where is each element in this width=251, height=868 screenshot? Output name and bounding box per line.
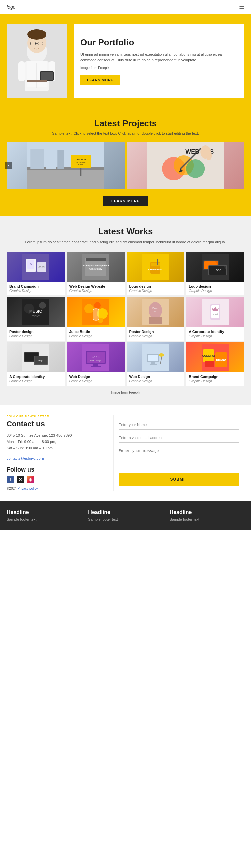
work-card-corp2[interactable]: corp. A Corporate Identity Graphic Desig… [7, 342, 65, 386]
svg-rect-48 [151, 262, 160, 266]
svg-point-34 [206, 150, 212, 160]
work-info-juice: Juice Bottle Graphic Design [67, 327, 125, 341]
footer-headline-3: Headline [170, 509, 244, 516]
hero-learn-more-button[interactable]: LEARN MORE [80, 75, 120, 85]
work-card-poster[interactable]: MUSIC EVENT Poster design Graphic Design [7, 297, 65, 341]
svg-rect-14 [27, 80, 47, 82]
name-input[interactable] [119, 420, 239, 430]
corp2-thumb-svg: corp. [23, 344, 49, 371]
work-thumb-webdes2 [126, 342, 185, 372]
work-thumb-brand: b card [7, 252, 65, 282]
svg-text:OUTDOOR: OUTDOOR [75, 159, 86, 161]
twitter-x-icon[interactable]: ✕ [17, 476, 24, 483]
svg-text:Design: Design [153, 310, 158, 312]
work-card-poster2[interactable]: Poster Design Poster Design Graphic Desi… [126, 297, 185, 341]
svg-rect-98 [150, 364, 157, 365]
hero-title: Our Portfolio [80, 37, 238, 48]
work-card-corporate[interactable]: brand A Corporate Identity Graphic Desig… [186, 297, 244, 341]
svg-rect-18 [30, 149, 44, 169]
work-info-brand2: Brand Campaign Graphic Design [186, 372, 244, 386]
footer-headline-1: Headline [7, 509, 81, 516]
svg-text:LOGO: LOGO [215, 269, 222, 271]
work-card-fake[interactable]: FAKE Web Design Web Design Graphic Desig… [67, 342, 125, 386]
hero-section: Our Portfolio Ut enim ad minim veniam, q… [0, 14, 251, 108]
work-info-corp2: A Corporate Identity Graphic Design [7, 372, 65, 386]
privacy-policy-link[interactable]: Privacy policy [18, 487, 38, 490]
work-card-brand2[interactable]: COLORSI BRAND Brand Campaign Graphic Des… [186, 342, 244, 386]
work-card-logo[interactable]: ORANGINA Logo design Graphic Design [126, 252, 185, 296]
hero-freepik: Image from Freepik [80, 66, 238, 70]
works-freepik-note: Image from Freepik [7, 391, 244, 395]
work-thumb-juice [67, 297, 125, 327]
footer-grid: Headline Sample footer text Headline Sam… [7, 509, 244, 521]
carousel-prev-arrow[interactable]: ‹ [5, 162, 12, 169]
work-category: Graphic Design [189, 334, 242, 338]
logo2-thumb-svg: LOGO [202, 253, 228, 280]
svg-text:ORANGINA: ORANGINA [148, 268, 163, 271]
work-card-webdes2[interactable]: Web Design Graphic Design [126, 342, 185, 386]
work-card-logo2[interactable]: LOGO Logo design Graphic Design [186, 252, 244, 296]
work-info-poster2: Poster Design Graphic Design [126, 327, 185, 341]
latest-works-section: Latest Works Lorem ipsum dolor sit amet,… [0, 216, 251, 405]
work-name: Poster Design [129, 329, 182, 334]
projects-carousel: ‹ OUTDOOR BILLBOARD GmbH [7, 142, 244, 189]
corporate-thumb-svg: brand [202, 299, 228, 326]
works-grid: b card Brand Campaign Graphic Design [7, 252, 244, 386]
work-name: Brand Campaign [189, 374, 242, 379]
project-image-1[interactable]: OUTDOOR BILLBOARD GmbH [7, 142, 125, 189]
work-category: Graphic Design [9, 379, 62, 383]
svg-point-65 [84, 304, 94, 313]
footer-col-2: Headline Sample footer text [88, 509, 163, 521]
project-image-2[interactable]: WEB DES [126, 142, 245, 189]
work-info-webdesign: Web Design Website Graphic Design [67, 282, 125, 296]
work-name: Brand Campaign [9, 284, 62, 289]
svg-rect-73 [149, 317, 162, 324]
footer-text-3: Sample footer text [170, 517, 244, 521]
svg-rect-13 [41, 72, 53, 80]
work-card-brand-campaign[interactable]: b card Brand Campaign Graphic Design [7, 252, 65, 296]
instagram-icon[interactable]: ◉ [27, 476, 34, 483]
work-category: Graphic Design [129, 379, 182, 383]
svg-text:BILLBOARD: BILLBOARD [76, 161, 85, 163]
work-name: Logo design [189, 284, 242, 289]
svg-rect-70 [93, 309, 99, 320]
menu-icon[interactable]: ☰ [239, 3, 244, 11]
work-name: Web Design [69, 374, 122, 379]
svg-text:brand: brand [213, 313, 218, 315]
contact-email-link[interactable]: contacts@esbnyc.com [7, 457, 44, 461]
message-input[interactable] [119, 446, 239, 466]
webdes-svg: WEB DES [126, 142, 245, 189]
logo: logo [7, 4, 15, 10]
hero-content: Our Portfolio Ut enim ad minim veniam, q… [74, 25, 244, 98]
work-thumb-poster2: Poster Design [126, 297, 185, 327]
work-thumb-webdesign: Strategy & Management Consultancy [67, 252, 125, 282]
work-info-corporate: A Corporate Identity Graphic Design [186, 327, 244, 341]
svg-rect-90 [93, 364, 98, 366]
submit-button[interactable]: SUBMIT [119, 473, 239, 486]
svg-point-62 [24, 304, 34, 314]
poster-thumb-svg: MUSIC EVENT [23, 299, 49, 326]
header: logo ☰ [0, 0, 251, 14]
brand2-thumb-svg: COLORSI BRAND [202, 344, 228, 371]
work-info-webdes2: Web Design Graphic Design [126, 372, 185, 386]
work-name: A Corporate Identity [9, 374, 62, 379]
work-info-poster: Poster design Graphic Design [7, 327, 65, 341]
email-input[interactable] [119, 433, 239, 443]
svg-rect-50 [157, 258, 158, 265]
work-card-juice[interactable]: Juice Bottle Graphic Design [67, 297, 125, 341]
svg-rect-19 [45, 154, 56, 169]
work-card-webdesign[interactable]: Strategy & Management Consultancy Web De… [67, 252, 125, 296]
contact-left: JOIN OUR NEWSLETTER Contact us 3045 10 S… [7, 414, 107, 491]
svg-text:GmbH: GmbH [78, 164, 83, 166]
brand-thumb-svg: b card [23, 253, 49, 280]
work-category: Graphic Design [69, 334, 122, 338]
projects-learn-more-button[interactable]: LEARN MORE [103, 195, 148, 206]
svg-rect-96 [148, 354, 158, 361]
svg-rect-10 [19, 61, 25, 82]
svg-point-100 [159, 353, 164, 356]
facebook-icon[interactable]: f [7, 476, 14, 483]
latest-projects-section: Latest Projects Sample text. Click to se… [0, 108, 251, 216]
svg-point-66 [94, 302, 101, 309]
work-thumb-logo2: LOGO [186, 252, 244, 282]
contact-title: Contact us [7, 420, 107, 428]
